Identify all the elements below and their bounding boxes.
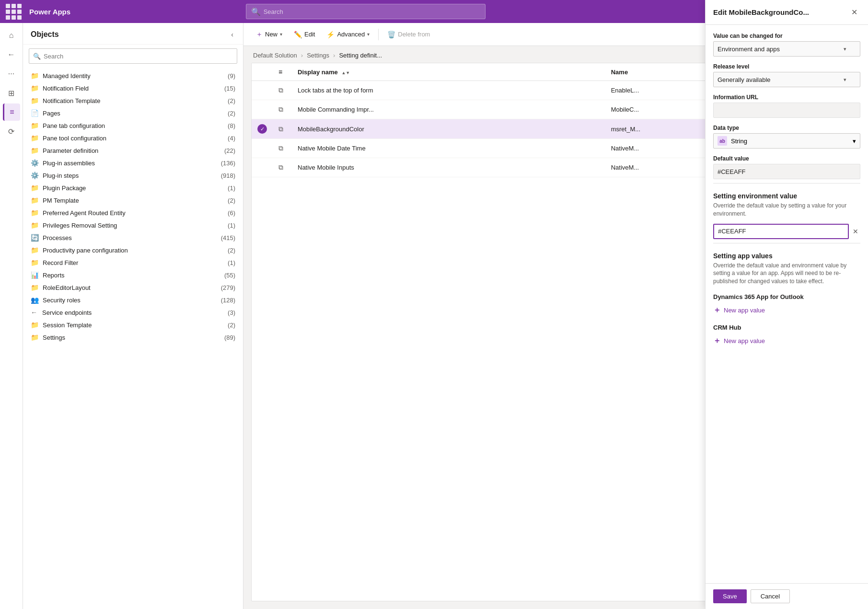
list-item[interactable]: 📁 Pane tab configuration (8) — [23, 119, 243, 132]
release-dropdown[interactable]: Generally available ▾ — [713, 72, 860, 87]
breadcrumb-current: Setting definit... — [339, 52, 382, 59]
row-display-name: Lock tabs at the top of form — [292, 81, 605, 100]
sidebar-dots-icon[interactable]: ··· — [3, 65, 20, 82]
list-item[interactable]: 📁 Pane tool configuration (4) — [23, 132, 243, 144]
list-item[interactable]: 📊 Reports (55) — [23, 269, 243, 281]
list-item[interactable]: 🔄 Processes (415) — [23, 231, 243, 244]
copy-icon[interactable]: ⧉ — [278, 125, 283, 133]
setting-app-desc: Override the default value and environme… — [713, 262, 860, 286]
breadcrumb-link-settings[interactable]: Settings — [307, 52, 329, 59]
row-display-name: Mobile Commanding Impr... — [292, 100, 605, 119]
list-item[interactable]: 📄 Pages (2) — [23, 107, 243, 119]
env-dropdown[interactable]: Environment and apps ▾ — [713, 41, 860, 57]
save-button[interactable]: Save — [713, 589, 747, 603]
item-count: (2) — [228, 322, 235, 329]
setting-env-title: Setting environment value — [713, 192, 860, 200]
item-icon: 📁 — [31, 333, 39, 341]
item-count: (279) — [221, 284, 235, 291]
item-label: Plugin Package — [43, 184, 224, 192]
item-count: (1) — [228, 259, 235, 266]
sidebar-grid-icon[interactable]: ⊞ — [3, 84, 20, 102]
list-item[interactable]: 📁 Notification Field (15) — [23, 82, 243, 94]
cancel-button[interactable]: Cancel — [751, 589, 790, 603]
list-item[interactable]: 📁 Plugin Package (1) — [23, 182, 243, 194]
sort-asc-icon: ▲▼ — [341, 70, 350, 75]
item-label: Pane tab configuration — [43, 122, 224, 129]
item-icon: 📁 — [31, 246, 39, 254]
list-item[interactable]: 📁 Settings (89) — [23, 331, 243, 344]
item-count: (136) — [221, 160, 235, 167]
item-count: (4) — [228, 135, 235, 142]
col-display-header[interactable]: Display name ▲▼ — [292, 63, 605, 81]
item-label: Security roles — [43, 297, 217, 304]
list-item[interactable]: 📁 Parameter definition (22) — [23, 144, 243, 157]
copy-icon[interactable]: ⧉ — [278, 144, 283, 152]
row-display-name: Native Mobile Date Time — [292, 139, 605, 158]
objects-search-box[interactable]: 🔍 — [29, 48, 237, 64]
advanced-button[interactable]: ⚡ Advanced ▾ — [322, 28, 374, 41]
sidebar-history-icon[interactable]: ⟳ — [3, 123, 20, 140]
item-count: (918) — [221, 172, 235, 179]
release-dropdown-chevron: ▾ — [844, 77, 846, 83]
data-type-label: Data type — [713, 125, 860, 131]
copy-icon[interactable]: ⧉ — [278, 105, 283, 113]
apps-grid-icon[interactable] — [6, 4, 22, 20]
item-count: (2) — [228, 247, 235, 254]
env-value-row: ✕ — [713, 224, 860, 239]
edit-icon: ✏️ — [294, 31, 302, 38]
close-panel-button[interactable]: ✕ — [848, 7, 860, 18]
item-icon: ⚙️ — [31, 159, 39, 167]
clear-env-value-button[interactable]: ✕ — [851, 226, 860, 237]
plus-icon-dynamics: ＋ — [713, 305, 721, 315]
item-label: Plug-in assemblies — [43, 160, 217, 167]
list-item[interactable]: ⚙️ Plug-in steps (918) — [23, 169, 243, 182]
new-app-value-dynamics-button[interactable]: ＋ New app value — [713, 304, 860, 316]
list-item[interactable]: 📁 PM Template (2) — [23, 194, 243, 207]
new-icon: ＋ — [256, 30, 263, 39]
sidebar-home-icon[interactable]: ⌂ — [3, 27, 20, 44]
copy-icon[interactable]: ⧉ — [278, 163, 283, 171]
row-copy: ⧉ — [273, 158, 292, 177]
list-item[interactable]: ← Service endpoints (3) — [23, 306, 243, 319]
env-value-input[interactable] — [713, 224, 849, 239]
item-label: Privileges Removal Setting — [43, 222, 224, 229]
list-item[interactable]: 📁 RoleEditorLayout (279) — [23, 281, 243, 294]
new-app-value-crm-button[interactable]: ＋ New app value — [713, 335, 860, 347]
toolbar-separator — [378, 29, 379, 40]
list-item[interactable]: 📁 Notification Template (2) — [23, 94, 243, 107]
col-check-header — [252, 63, 273, 81]
list-item[interactable]: 📁 Preferred Agent Routed Entity (6) — [23, 207, 243, 219]
list-item[interactable]: 📁 Record Filter (1) — [23, 256, 243, 269]
info-url-label: Information URL — [713, 94, 860, 101]
edit-button[interactable]: ✏️ Edit — [289, 28, 320, 41]
delete-button[interactable]: 🗑️ Delete from — [382, 28, 435, 41]
collapse-panel-button[interactable]: ‹ — [229, 29, 235, 40]
list-item[interactable]: 📁 Productivity pane configuration (2) — [23, 244, 243, 256]
list-item[interactable]: 📁 Session Template (2) — [23, 319, 243, 331]
objects-search-input[interactable] — [44, 53, 233, 60]
left-sidebar: ⌂ ← ··· ⊞ ≡ ⟳ — [0, 23, 23, 609]
sidebar-list-icon[interactable]: ≡ — [3, 103, 20, 121]
new-button[interactable]: ＋ New ▾ — [251, 27, 287, 42]
global-search-box[interactable]: 🔍 — [246, 4, 486, 19]
list-item[interactable]: 📁 Privileges Removal Setting (1) — [23, 219, 243, 231]
global-search-input[interactable] — [264, 8, 480, 15]
copy-icon[interactable]: ⧉ — [278, 86, 283, 94]
item-label: Productivity pane configuration — [43, 247, 224, 254]
breadcrumb-link-solution[interactable]: Default Solution — [253, 52, 297, 59]
list-item[interactable]: 👥 Security roles (128) — [23, 294, 243, 306]
list-item[interactable]: 📁 Managed Identity (9) — [23, 69, 243, 82]
sidebar-back-icon[interactable]: ← — [3, 46, 20, 63]
item-count: (128) — [221, 297, 235, 304]
item-count: (1) — [228, 184, 235, 192]
item-icon: 📁 — [31, 97, 39, 104]
item-label: Plug-in steps — [43, 172, 217, 179]
item-icon: ⚙️ — [31, 172, 39, 179]
list-item[interactable]: ⚙️ Plug-in assemblies (136) — [23, 157, 243, 169]
divider1 — [713, 183, 860, 184]
delete-icon: 🗑️ — [387, 31, 395, 38]
plus-icon-crm: ＋ — [713, 336, 721, 346]
new-chevron-icon: ▾ — [280, 32, 282, 37]
data-type-dropdown[interactable]: ab String ▾ — [713, 133, 860, 149]
value-changed-for-label: Value can be changed for — [713, 33, 860, 39]
